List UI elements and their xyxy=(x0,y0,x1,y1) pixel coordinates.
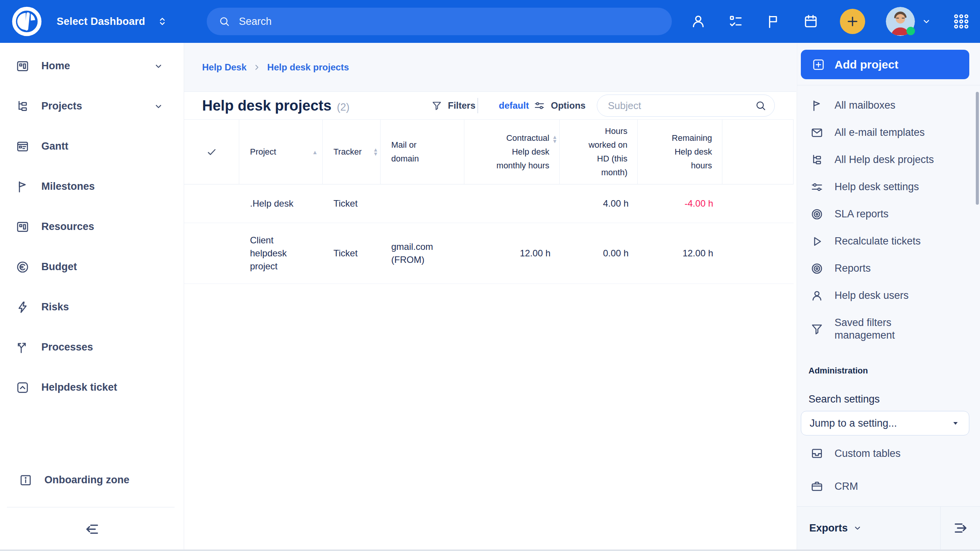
cell-tracker: Ticket xyxy=(323,223,381,284)
dashboard-selector[interactable]: Select Dashboard xyxy=(57,0,168,43)
sidebar-item-gantt[interactable]: Gantt xyxy=(0,126,184,166)
sidebar-item-label: Gantt xyxy=(41,140,69,152)
topbar: Select Dashboard xyxy=(0,0,980,43)
global-search-input[interactable] xyxy=(238,15,660,28)
sidebar-item-label: Projects xyxy=(41,100,82,112)
chevron-down-icon[interactable] xyxy=(153,101,164,112)
calendar-button[interactable] xyxy=(802,13,819,30)
table-icon xyxy=(810,447,824,460)
exports-bar: Exports xyxy=(797,506,980,549)
search-icon xyxy=(218,15,230,28)
column-header-tracker[interactable]: Tracker▲▼ xyxy=(323,120,381,184)
layout-icon xyxy=(15,59,30,73)
user-menu[interactable] xyxy=(886,7,932,36)
breadcrumb-link-help-desk[interactable]: Help Desk xyxy=(202,62,247,73)
sidebar-item-onboarding-zone[interactable]: Onboarding zone xyxy=(0,460,184,500)
administration-heading: Administration xyxy=(808,366,868,376)
menu-item-label: All Help desk projects xyxy=(835,153,934,166)
menu-item-all-help-desk-projects[interactable]: All Help desk projects xyxy=(797,146,976,173)
column-header-contractual[interactable]: Contractual Help desk monthly hours▲▼ xyxy=(464,120,560,184)
menu-item-label: All mailboxes xyxy=(835,99,895,112)
menu-item-recalculate-tickets[interactable]: Recalculate tickets xyxy=(797,228,976,255)
subject-search-input[interactable] xyxy=(607,99,755,112)
menu-item-sla-reports[interactable]: SLA reports xyxy=(797,201,976,228)
menu-item-all-e-mail-templates[interactable]: All e-mail templates xyxy=(797,119,976,146)
menu-item-reports[interactable]: Reports xyxy=(797,255,976,282)
jump-to-setting-select[interactable]: Jump to a setting... xyxy=(801,411,969,435)
column-header-spacer xyxy=(722,120,794,184)
chevron-down-icon[interactable] xyxy=(153,61,164,72)
flags-button[interactable] xyxy=(765,13,782,30)
column-header-project[interactable]: Project▲ xyxy=(239,120,323,184)
search-icon[interactable] xyxy=(755,99,767,112)
sidebar-collapse-button[interactable] xyxy=(83,520,101,538)
sidebar-item-processes[interactable]: Processes xyxy=(0,327,184,367)
sidebar-item-milestones[interactable]: Milestones xyxy=(0,166,184,207)
sort-asc-icon[interactable]: ▲ xyxy=(312,149,318,155)
app-logo-icon[interactable] xyxy=(9,4,44,39)
help-desk-panel: Add project All mailboxesAll e-mail temp… xyxy=(797,43,980,551)
cell-project[interactable]: .Help desk xyxy=(239,184,323,223)
apps-menu-button[interactable] xyxy=(952,13,970,30)
sidebar-item-budget[interactable]: Budget xyxy=(0,247,184,287)
menu-item-saved-filters-management[interactable]: Saved filters management xyxy=(797,309,976,349)
quick-add-button[interactable] xyxy=(840,9,865,34)
menu-item-label: Custom tables xyxy=(835,447,901,460)
column-header-hours_worked[interactable]: Hours worked on HD (this month) xyxy=(560,120,638,184)
menu-item-help-desk-settings[interactable]: Help desk settings xyxy=(797,173,976,201)
pennant-icon xyxy=(15,179,30,194)
breadcrumb: Help Desk Help desk projects xyxy=(184,43,796,92)
sidebar-item-home[interactable]: Home xyxy=(0,46,184,86)
tree-icon xyxy=(810,153,824,167)
menu-item-label: CRM xyxy=(835,480,858,493)
app-root: Select Dashboard xyxy=(0,0,980,551)
sidebar-item-helpdesk-ticket[interactable]: Helpdesk ticket xyxy=(0,367,184,408)
menu-item-help-desk-users[interactable]: Help desk users xyxy=(797,282,976,309)
breadcrumb-link-help-desk-projects[interactable]: Help desk projects xyxy=(267,62,349,73)
projects-table: Project▲Tracker▲▼Mail or domainContractu… xyxy=(184,119,794,284)
filters-divider xyxy=(477,98,478,113)
bolt-icon xyxy=(15,300,30,315)
tasks-button[interactable] xyxy=(727,13,744,30)
sidebar-item-risks[interactable]: Risks xyxy=(0,287,184,327)
sidebar-item-label: Helpdesk ticket xyxy=(41,381,117,393)
my-page-button[interactable] xyxy=(690,13,707,30)
cell-select xyxy=(184,223,239,284)
panel-collapse-button[interactable] xyxy=(941,507,980,549)
cell-mail: gmail.com (FROM) xyxy=(381,223,464,284)
column-header-select[interactable] xyxy=(184,120,239,184)
add-project-button[interactable]: Add project xyxy=(801,50,969,79)
layout-icon xyxy=(15,220,30,234)
sort-icons[interactable]: ▲▼ xyxy=(552,135,557,143)
menu-item-all-mailboxes[interactable]: All mailboxes xyxy=(797,92,976,119)
exports-button[interactable]: Exports xyxy=(797,507,940,549)
filters-button[interactable]: Filters xyxy=(431,100,475,111)
sidebar-item-resources[interactable]: Resources xyxy=(0,207,184,247)
active-filter-link[interactable]: default xyxy=(499,100,529,111)
cell-mail xyxy=(381,184,464,223)
sidebar-footer: Onboarding zone xyxy=(0,460,184,500)
cell-project[interactable]: Client helpdesk project xyxy=(239,223,323,284)
sort-icons[interactable]: ▲▼ xyxy=(373,148,378,156)
tasks-icon xyxy=(727,13,744,30)
sidebar-item-label: Resources xyxy=(41,221,94,233)
table-row[interactable]: .Help deskTicket4.00 h-4.00 h xyxy=(184,184,794,223)
menu-item-custom-tables[interactable]: Custom tables xyxy=(797,437,976,470)
options-button[interactable]: Options xyxy=(533,99,586,112)
sidebar-item-label: Home xyxy=(41,60,70,72)
options-label: Options xyxy=(551,100,586,111)
sidebar-item-projects[interactable]: Projects xyxy=(0,86,184,126)
table-row[interactable]: Client helpdesk projectTicketgmail.com (… xyxy=(184,223,794,284)
cell-spacer xyxy=(722,184,794,223)
column-header-remaining[interactable]: Remaining Help desk hours xyxy=(638,120,722,184)
menu-item-crm[interactable]: CRM xyxy=(797,470,976,503)
plus-icon xyxy=(845,14,860,29)
panel-divider xyxy=(797,85,980,85)
column-header-label: Mail or domain xyxy=(391,138,419,166)
check-icon[interactable] xyxy=(206,146,217,158)
right-panel-scrollbar[interactable] xyxy=(976,92,979,205)
ticket-icon xyxy=(15,380,30,395)
global-search[interactable] xyxy=(207,8,672,35)
play-icon xyxy=(810,235,824,248)
column-header-mail[interactable]: Mail or domain xyxy=(381,120,464,184)
